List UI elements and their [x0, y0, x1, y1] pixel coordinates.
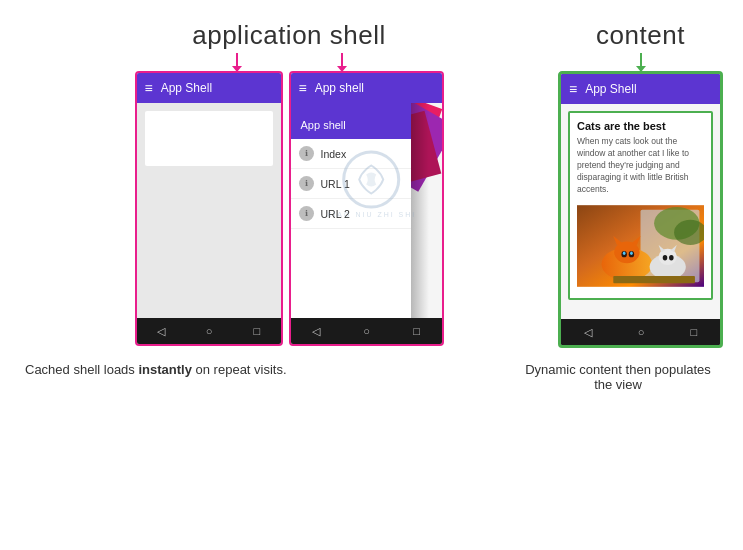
recent-icon-2: □ — [413, 325, 420, 337]
app-shell-header: application shell — [184, 20, 394, 67]
phone3-hamburger: ≡ — [569, 81, 577, 97]
phone1-title: App Shell — [161, 81, 212, 95]
drawer-label-url1: URL 1 — [321, 178, 350, 190]
phone1-hamburger: ≡ — [145, 80, 153, 96]
cat-image — [577, 201, 704, 291]
home-icon: ○ — [206, 325, 213, 337]
phone2-drawer: App shell ℹ Index ℹ URL 1 ℹ URL 2 — [291, 103, 411, 318]
phone1-navbar: ◁ ○ □ — [137, 318, 281, 344]
left-caption: Cached shell loads instantly on repeat v… — [25, 362, 287, 392]
svg-point-16 — [663, 256, 668, 261]
phone2-appbar: ≡ App shell — [291, 73, 442, 103]
right-caption: Dynamic content then populates the view — [518, 362, 718, 392]
content-placeholder-1 — [145, 111, 273, 166]
right-caption-text: Dynamic content then populates the view — [525, 362, 711, 392]
home-icon-2: ○ — [363, 325, 370, 337]
back-icon-2: ◁ — [312, 325, 320, 338]
article-title: Cats are the best — [577, 120, 704, 132]
phone1-mockup: ≡ App Shell ◁ ○ □ — [135, 71, 283, 346]
phone3-body: Cats are the best When my cats look out … — [561, 104, 720, 319]
drawer-item-icon-url2: ℹ — [299, 206, 314, 221]
phone2-hamburger: ≡ — [299, 80, 307, 96]
drawer-item-url1[interactable]: ℹ URL 1 — [291, 169, 411, 199]
svg-point-5 — [614, 242, 639, 264]
bottom-captions: Cached shell loads instantly on repeat v… — [20, 362, 723, 392]
back-icon-3: ◁ — [584, 326, 592, 339]
drawer-app-name: App shell — [301, 119, 346, 131]
drawer-label-index: Index — [321, 148, 347, 160]
svg-rect-18 — [613, 276, 695, 283]
phone3-title: App Shell — [585, 82, 636, 96]
content-title: content — [596, 20, 685, 51]
right-section: content ≡ App Shell Cats are the best Wh… — [558, 20, 723, 348]
article-text: When my cats look out the window at anot… — [577, 136, 704, 195]
svg-point-10 — [623, 252, 626, 256]
phone1-appbar: ≡ App Shell — [137, 73, 281, 103]
phone2-mockup: ≡ App shell App — [289, 71, 444, 346]
drawer-shadow — [411, 103, 429, 318]
left-section: application shell ≡ App Shell — [20, 20, 558, 348]
left-caption-bold: instantly — [138, 362, 191, 377]
drawer-label-url2: URL 2 — [321, 208, 350, 220]
arrow-to-phone2 — [341, 53, 343, 67]
home-icon-3: ○ — [638, 326, 645, 338]
arrow-to-phone1 — [236, 53, 238, 67]
back-icon: ◁ — [157, 325, 165, 338]
phone2-title: App shell — [315, 81, 364, 95]
left-caption-end: on repeat visits. — [192, 362, 287, 377]
content-header: content — [591, 20, 691, 67]
drawer-item-icon-url1: ℹ — [299, 176, 314, 191]
arrow-to-phone3 — [640, 53, 642, 67]
svg-point-17 — [669, 256, 674, 261]
recent-icon: □ — [253, 325, 260, 337]
phone3-navbar: ◁ ○ □ — [561, 319, 720, 345]
drawer-item-url2[interactable]: ℹ URL 2 — [291, 199, 411, 229]
phone3-mockup: ≡ App Shell Cats are the best When my ca… — [558, 71, 723, 348]
phone3-appbar: ≡ App Shell — [561, 74, 720, 104]
drawer-header: App shell — [291, 103, 411, 139]
svg-point-11 — [630, 252, 633, 256]
recent-icon-3: □ — [690, 326, 697, 338]
content-card: Cats are the best When my cats look out … — [568, 111, 713, 300]
phone1-body — [137, 103, 281, 318]
cat-image-svg — [577, 201, 704, 291]
left-caption-text: Cached shell loads — [25, 362, 138, 377]
phone2-navbar: ◁ ○ □ — [291, 318, 442, 344]
phone2-body: App shell ℹ Index ℹ URL 1 ℹ URL 2 — [291, 103, 442, 318]
drawer-item-index[interactable]: ℹ Index — [291, 139, 411, 169]
drawer-item-icon-index: ℹ — [299, 146, 314, 161]
app-shell-title: application shell — [192, 20, 386, 51]
